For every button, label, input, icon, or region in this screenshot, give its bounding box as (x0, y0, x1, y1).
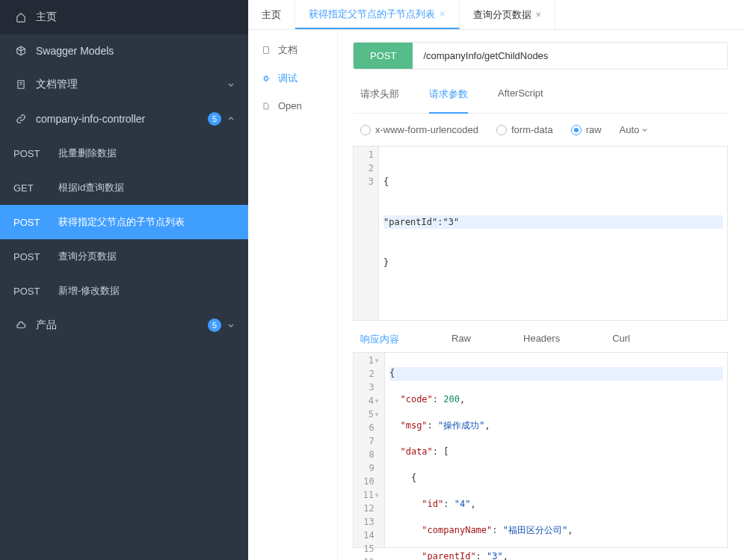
url-row: POST /companyInfo/getChildNodes (353, 42, 728, 70)
tab-item[interactable]: 查询分页数据× (460, 0, 556, 29)
line-gutter: 123 (354, 147, 379, 320)
http-method: POST (13, 251, 58, 262)
resp-tab-curl[interactable]: Curl (612, 333, 630, 346)
close-icon[interactable]: × (536, 9, 542, 20)
cloud-icon (13, 320, 28, 330)
chevron-down-icon (641, 126, 648, 133)
svg-rect-1 (264, 47, 269, 54)
sidebar-label: Swagger Models (36, 45, 114, 57)
endpoint-label: 批量删除数据 (58, 147, 117, 160)
resp-tab-body[interactable]: 响应内容 (360, 333, 399, 346)
count-badge: 5 (208, 112, 221, 126)
response-body-editor[interactable]: 1▾2 3 4▾ 5▾6 7 8 9 10 11▾12 13 14 15 16 … (353, 352, 728, 548)
file-icon (260, 45, 272, 55)
code-area[interactable]: { "code": 200, "msg": "操作成功", "data": [ … (385, 353, 727, 547)
subtab-afterscript[interactable]: AfterScript (498, 83, 543, 105)
nav-debug[interactable]: 调试 (248, 64, 337, 93)
code-line: "companyName": "福田区分公司", (389, 524, 723, 538)
sidebar-label: 文档管理 (36, 78, 78, 91)
endpoint-item[interactable]: GET 根据id查询数据 (0, 170, 248, 205)
method-badge[interactable]: POST (354, 43, 413, 69)
home-icon (13, 12, 28, 22)
radio-circle-icon (360, 125, 371, 135)
code-area[interactable]: { "parentId":"3" } (379, 147, 727, 320)
code-line: "data": [ (389, 446, 723, 459)
count-badge: 5 (208, 319, 221, 332)
request-body-editor[interactable]: 123 { "parentId":"3" } (353, 146, 728, 321)
endpoint-item[interactable]: POST 获得指定父节点的子节点列表 (0, 205, 248, 239)
sidebar-item-controller[interactable]: company-info-controller 5 (0, 102, 248, 136)
chevron-up-icon (227, 115, 235, 123)
http-method: POST (13, 148, 58, 159)
svg-point-2 (265, 77, 268, 81)
sidebar-item-product[interactable]: 产品 5 (0, 308, 248, 342)
code-line: "code": 200, (389, 393, 723, 407)
chevron-down-icon (227, 81, 235, 88)
tab-label: 主页 (262, 8, 281, 22)
radio-label: raw (586, 124, 602, 135)
resp-tab-raw[interactable]: Raw (451, 333, 471, 346)
sidebar-item-doc-mgmt[interactable]: 文档管理 (0, 67, 248, 102)
detail-nav: 文档 调试 Open (248, 30, 338, 560)
nav-label: Open (278, 100, 302, 111)
http-method: GET (13, 182, 58, 194)
subtab-headers[interactable]: 请求头部 (360, 83, 399, 105)
endpoint-label: 查询分页数据 (58, 250, 117, 263)
tab-home[interactable]: 主页 (248, 0, 295, 29)
nav-open[interactable]: Open (248, 93, 337, 119)
radio-form-data[interactable]: form-data (496, 124, 553, 135)
radio-raw[interactable]: raw (571, 124, 602, 135)
code-line: { (389, 472, 723, 485)
open-icon (260, 101, 272, 111)
cube-icon (13, 46, 28, 56)
response-tabs: 响应内容 Raw Headers Curl (353, 321, 728, 352)
code-line: "msg": "操作成功", (389, 419, 723, 433)
sidebar-label: 产品 (36, 319, 57, 332)
code-line: "parentId":"3" (383, 215, 723, 229)
resp-tab-headers[interactable]: Headers (523, 333, 560, 346)
radio-label: x-www-form-urlencoded (375, 124, 478, 135)
radio-circle-icon (571, 125, 582, 135)
endpoint-label: 获得指定父节点的子节点列表 (58, 215, 185, 229)
http-method: POST (13, 217, 58, 228)
sidebar: 主页 Swagger Models 文档管理 company-info-cont… (0, 0, 248, 560)
select-label: Auto (620, 124, 640, 135)
nav-label: 调试 (278, 72, 297, 85)
content-area: 文档 调试 Open POST /companyInfo/getChildNod… (248, 30, 743, 560)
code-line: { (383, 175, 723, 188)
code-line: "parentId": "3", (389, 550, 723, 560)
http-method: POST (13, 286, 58, 297)
sidebar-item-home[interactable]: 主页 (0, 0, 248, 34)
tab-label: 查询分页数据 (473, 8, 531, 22)
body-type-row: x-www-form-urlencoded form-data raw Auto (353, 114, 728, 146)
sidebar-label: 主页 (36, 10, 57, 24)
sidebar-label: company-info-controller (36, 113, 145, 125)
code-line: "id": "4", (389, 498, 723, 511)
radio-form-urlencoded[interactable]: x-www-form-urlencoded (360, 124, 478, 135)
bug-icon (260, 73, 272, 84)
nav-label: 文档 (278, 43, 297, 57)
endpoint-item[interactable]: POST 查询分页数据 (0, 239, 248, 274)
radio-circle-icon (496, 125, 507, 135)
content-type-select[interactable]: Auto (620, 124, 649, 135)
request-panel: POST /companyInfo/getChildNodes 请求头部 请求参… (338, 30, 743, 560)
endpoint-label: 根据id查询数据 (58, 181, 124, 194)
endpoint-item[interactable]: POST 批量删除数据 (0, 136, 248, 170)
request-subtabs: 请求头部 请求参数 AfterScript (353, 83, 728, 114)
close-icon[interactable]: × (440, 8, 446, 19)
code-line: } (383, 256, 723, 269)
tab-active[interactable]: 获得指定父节点的子节点列表× (295, 0, 460, 29)
url-input[interactable]: /companyInfo/getChildNodes (413, 43, 727, 69)
link-icon (13, 114, 28, 124)
sidebar-item-swagger[interactable]: Swagger Models (0, 34, 248, 67)
tab-label: 获得指定父节点的子节点列表 (309, 7, 435, 21)
line-gutter: 1▾2 3 4▾ 5▾6 7 8 9 10 11▾12 13 14 15 16 … (354, 353, 385, 547)
nav-doc[interactable]: 文档 (248, 36, 337, 64)
endpoint-item[interactable]: POST 新增-修改数据 (0, 274, 248, 308)
subtab-params[interactable]: 请求参数 (429, 83, 468, 114)
tab-bar: 主页 获得指定父节点的子节点列表× 查询分页数据× (248, 0, 743, 30)
endpoint-label: 新增-修改数据 (58, 284, 120, 298)
radio-label: form-data (511, 124, 553, 135)
chevron-down-icon (227, 321, 235, 329)
main-area: 主页 获得指定父节点的子节点列表× 查询分页数据× 文档 调试 Open POS… (248, 0, 743, 560)
